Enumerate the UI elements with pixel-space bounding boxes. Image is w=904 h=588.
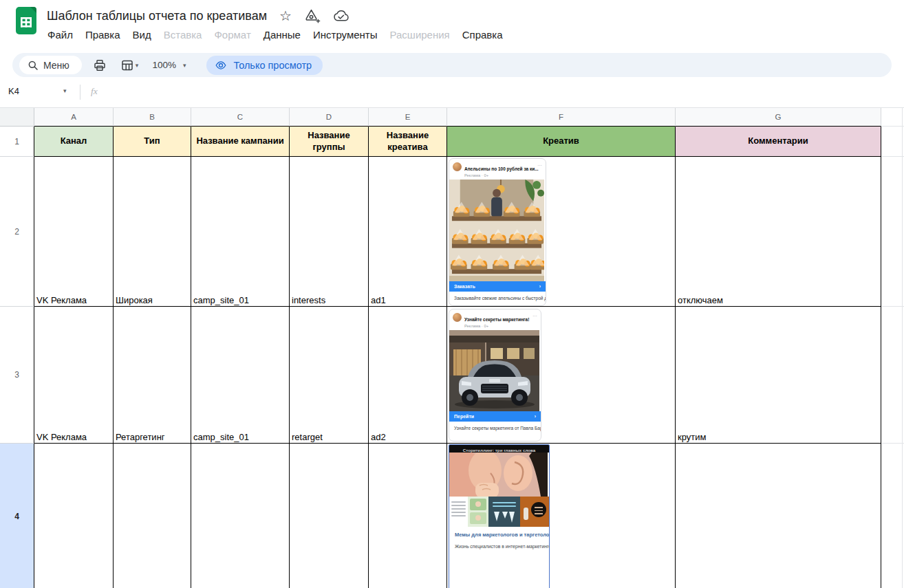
cell-F4[interactable]: Сторителлинг: три главных слова: [447, 444, 676, 588]
ad2-advertiser-title: Узнайте секреты маркетинга!: [464, 317, 529, 322]
zoom-selector[interactable]: 100% ▾: [152, 60, 186, 70]
cell-A3[interactable]: VK Реклама: [34, 307, 114, 444]
creative-image-ad3[interactable]: Сторителлинг: три главных слова: [449, 444, 550, 588]
meme-thumb-3: [488, 497, 520, 527]
table-views-caret-icon: ▾: [136, 62, 139, 69]
table-row-2: 2 VK Реклама Широкая camp_site_01 intere…: [0, 157, 881, 307]
ad1-cta-label: Заказать: [454, 284, 475, 289]
approvals-badge-icon[interactable]: [304, 8, 321, 23]
cell-E1[interactable]: Название креатива: [369, 127, 447, 157]
meme-thumb-2: [468, 497, 488, 527]
row-header-1[interactable]: 1: [0, 127, 34, 157]
column-header-G[interactable]: G: [676, 108, 881, 127]
cell-A4[interactable]: [34, 444, 114, 588]
print-button[interactable]: [89, 56, 111, 74]
gridline-h-row2: [881, 156, 904, 157]
menu-help[interactable]: Справка: [456, 27, 509, 43]
cell-D3[interactable]: retarget: [290, 307, 369, 444]
name-box[interactable]: K4: [8, 86, 19, 96]
row-header-4-selected[interactable]: 4: [0, 444, 34, 588]
toolbar: Меню ▾ 100% ▾ Только просмотр: [12, 53, 892, 77]
view-only-chip[interactable]: Только просмотр: [206, 56, 323, 75]
ad3-banner-text: Сторителлинг: три главных слова: [449, 445, 549, 453]
ad3-photo-whisper: [449, 453, 548, 497]
ad3-body-text: Жизнь специалистов в интернет-маркетинге…: [449, 540, 549, 554]
cell-E2[interactable]: ad1: [369, 157, 447, 307]
ad1-meta: Реклама · 0+: [464, 173, 535, 177]
table-views-button[interactable]: ▾: [116, 56, 143, 74]
cell-B2[interactable]: Широкая: [114, 157, 191, 307]
search-icon: [28, 60, 39, 71]
ad2-meta: Реклама · 0+: [464, 324, 530, 328]
column-header-C[interactable]: C: [191, 108, 290, 127]
gridline-h-row3: [881, 306, 904, 307]
view-only-label: Только просмотр: [233, 60, 312, 71]
cell-G1[interactable]: Комментарии: [676, 127, 881, 157]
google-sheets-logo-icon: [15, 6, 37, 35]
menu-bar: Файл Правка Вид Вставка Формат Данные Ин…: [41, 27, 509, 43]
menu-insert: Вставка: [158, 27, 208, 43]
cell-B3[interactable]: Ретаргетинг: [114, 307, 191, 444]
column-header-E[interactable]: E: [369, 108, 447, 127]
document-title[interactable]: Шаблон таблицы отчета по креативам: [47, 9, 267, 23]
meme-thumb-4: [520, 497, 549, 527]
zoom-value: 100%: [152, 60, 176, 70]
menus-search-label: Меню: [43, 60, 69, 71]
cell-G2[interactable]: отключаем: [676, 157, 881, 307]
menu-view[interactable]: Вид: [127, 27, 158, 43]
cell-G3[interactable]: крутим: [676, 307, 881, 444]
cell-F2[interactable]: Апельсины по 100 рублей за ки... Реклама…: [447, 157, 676, 307]
cell-C1[interactable]: Название кампании: [191, 127, 290, 157]
cell-D2[interactable]: interests: [290, 157, 369, 307]
cell-F3[interactable]: Узнайте секреты маркетинга! Реклама · 0+…: [447, 307, 676, 444]
name-box-caret-icon[interactable]: ▾: [63, 87, 67, 94]
ad2-cta-button: Перейти ›: [449, 411, 541, 422]
menu-data[interactable]: Данные: [257, 27, 307, 43]
creative-image-ad1[interactable]: Апельсины по 100 рублей за ки... Реклама…: [449, 158, 546, 306]
column-header-row: A B C D E F G: [0, 108, 881, 127]
ad2-photo-car: [449, 330, 539, 411]
cell-G4[interactable]: [676, 444, 881, 588]
menu-edit[interactable]: Правка: [79, 27, 127, 43]
ad2-avatar: [453, 313, 462, 322]
cell-B4[interactable]: [114, 444, 191, 588]
menu-extensions: Расширения: [384, 27, 456, 43]
cell-C4[interactable]: [191, 444, 290, 588]
gridline-h-vertical: [902, 108, 903, 588]
row-header-2[interactable]: 2: [0, 157, 34, 307]
column-header-D[interactable]: D: [290, 108, 369, 127]
cell-A1[interactable]: Канал: [34, 127, 114, 157]
menu-tools[interactable]: Инструменты: [307, 27, 384, 43]
menus-search-button[interactable]: Меню: [19, 56, 82, 74]
cell-E3[interactable]: ad2: [369, 307, 447, 444]
column-header-B[interactable]: B: [114, 108, 191, 127]
cell-E4[interactable]: [369, 444, 447, 588]
top-bar: Шаблон таблицы отчета по креативам ☆ Фай…: [0, 0, 904, 52]
table-row-4: 4 Сторителлинг: три главных слова: [0, 444, 881, 588]
ad3-meme-strip: [449, 497, 549, 527]
ad2-more-icon: …: [532, 313, 537, 317]
zoom-caret-icon: ▾: [183, 62, 186, 69]
star-icon[interactable]: ☆: [279, 9, 292, 23]
ad1-avatar: [453, 162, 462, 171]
cloud-saved-icon[interactable]: [333, 10, 349, 22]
cell-D1[interactable]: Название группы: [290, 127, 369, 157]
menu-format: Формат: [208, 27, 257, 43]
cell-A2[interactable]: VK Реклама: [34, 157, 114, 307]
select-all-corner[interactable]: [0, 108, 34, 127]
column-header-A[interactable]: A: [34, 108, 114, 127]
ad1-cta-arrow-icon: ›: [539, 284, 541, 289]
menu-file[interactable]: Файл: [41, 27, 79, 43]
cell-B1[interactable]: Тип: [114, 127, 191, 157]
creative-image-ad2[interactable]: Узнайте секреты маркетинга! Реклама · 0+…: [449, 309, 541, 442]
cell-D4[interactable]: [290, 444, 369, 588]
column-header-F[interactable]: F: [447, 108, 676, 127]
cell-F1[interactable]: Креатив: [447, 127, 676, 157]
table-row-1: 1 Канал Тип Название кампании Название г…: [0, 127, 881, 157]
cell-C2[interactable]: camp_site_01: [191, 157, 290, 307]
gridline-h-row1: [881, 126, 904, 127]
cell-C3[interactable]: camp_site_01: [191, 307, 290, 444]
ad1-more-icon: …: [537, 162, 542, 166]
row-header-3[interactable]: 3: [0, 307, 34, 444]
meme-thumb-1: [449, 497, 468, 527]
